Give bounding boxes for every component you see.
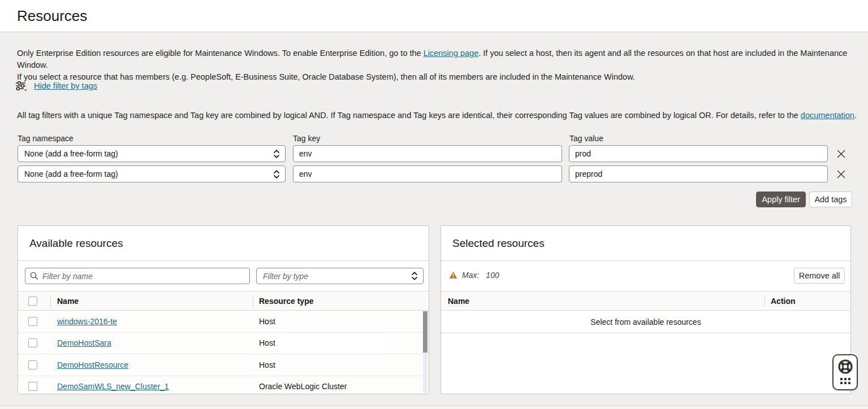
remove-all-button[interactable]: Remove all <box>794 268 845 284</box>
redaction-blob <box>279 336 390 350</box>
tag-info-after: . <box>854 111 857 120</box>
bottom-divider <box>0 406 868 409</box>
drag-dots-icon <box>840 378 850 384</box>
tag-value-input[interactable] <box>569 166 828 182</box>
row-checkbox[interactable] <box>28 317 37 326</box>
filter-sliders-icon <box>16 81 27 91</box>
selected-toolbar: Max: 100 Remove all <box>441 261 850 291</box>
filter-by-type-placeholder: Filter by type <box>263 272 308 281</box>
max-label: Max: <box>462 271 479 280</box>
help-widget[interactable] <box>832 354 858 390</box>
selected-table-header: Name Action <box>441 291 850 311</box>
empty-state-row: Select from available resources <box>441 311 850 333</box>
remove-tag-filter-button[interactable] <box>835 168 847 180</box>
tag-key-label: Tag key <box>293 134 320 143</box>
documentation-link[interactable]: documentation <box>801 111 854 120</box>
resource-type-cell: Host <box>259 338 275 347</box>
column-divider <box>50 295 51 307</box>
resource-type-cell: Host <box>259 317 275 326</box>
intro-text-before: Only Enterprise Edition resources are el… <box>17 49 424 58</box>
selected-panel-header: Selected resources <box>441 226 850 261</box>
resource-type-column-header: Resource type <box>259 297 313 306</box>
resources-page: Resources Only Enterprise Edition resour… <box>0 0 868 409</box>
warning-triangle-icon <box>449 271 457 279</box>
action-column-header: Action <box>771 297 796 306</box>
table-row: windows-2016-te Host <box>18 311 429 333</box>
table-row: DemoHostResource Host <box>18 354 429 376</box>
tag-namespace-select[interactable]: None (add a free-form tag) <box>18 145 286 162</box>
chevron-updown-icon <box>411 272 418 280</box>
tag-key-input[interactable] <box>293 145 562 162</box>
max-note: Max: 100 <box>449 271 499 280</box>
name-column-header: Name <box>57 297 79 306</box>
resource-name-link[interactable]: DemoSamWLS_new_Cluster_1 <box>57 382 169 391</box>
lifebuoy-icon <box>837 358 854 375</box>
filter-by-name-field[interactable] <box>25 268 250 284</box>
page-header: Resources <box>0 0 868 32</box>
hide-filter-by-tags-link[interactable]: Hide filter by tags <box>34 81 97 90</box>
scrollbar-thumb[interactable] <box>423 311 427 353</box>
tag-key-input[interactable] <box>293 166 562 182</box>
tag-filter-info-text: All tag filters with a unique Tag namesp… <box>17 110 857 121</box>
filter-by-type-select[interactable]: Filter by type <box>256 268 424 284</box>
tag-namespace-value: None (add a free-form tag) <box>24 149 118 158</box>
resource-name-link[interactable]: DemoHostResource <box>57 360 128 369</box>
filter-by-name-input[interactable] <box>42 272 245 281</box>
selected-panel-title: Selected resources <box>452 237 545 250</box>
filter-toggle-row: Hide filter by tags <box>16 81 97 91</box>
resource-type-cell: Host <box>259 360 275 369</box>
row-checkbox[interactable] <box>28 382 37 391</box>
tag-info-before: All tag filters with a unique Tag namesp… <box>17 111 801 120</box>
tag-namespace-value: None (add a free-form tag) <box>24 169 118 179</box>
vertical-scrollbar[interactable] <box>423 311 427 393</box>
tag-value-label: Tag value <box>569 134 603 143</box>
available-panel-header: Available resources <box>18 226 429 261</box>
row-checkbox[interactable] <box>28 360 37 369</box>
max-value: 100 <box>486 271 499 280</box>
available-filter-row: Filter by type <box>18 261 429 291</box>
licensing-page-link[interactable]: Licensing page <box>424 49 479 58</box>
name-column-header: Name <box>448 297 469 306</box>
selected-resources-panel: Selected resources Max: 100 Remove all N… <box>441 225 851 394</box>
tag-namespace-select[interactable]: None (add a free-form tag) <box>18 166 286 182</box>
page-title: Resources <box>17 7 87 25</box>
chevron-updown-icon <box>273 150 280 158</box>
intro-text: Only Enterprise Edition resources are el… <box>17 47 857 83</box>
available-resources-panel: Available resources Filter by type Name … <box>18 225 429 394</box>
resource-name-link[interactable]: DemoHostSara <box>57 338 111 347</box>
select-all-checkbox[interactable] <box>28 297 37 306</box>
tag-namespace-label: Tag namespace <box>18 134 74 143</box>
close-icon <box>836 149 846 159</box>
available-table-header: Name Resource type <box>18 291 429 311</box>
search-icon <box>30 272 38 280</box>
tag-value-input[interactable] <box>569 145 828 162</box>
table-row: DemoSamWLS_new_Cluster_1 Oracle WebLogic… <box>18 376 429 395</box>
available-panel-title: Available resources <box>29 237 123 250</box>
close-icon <box>836 169 846 179</box>
resource-type-cell: Oracle WebLogic Cluster <box>259 382 347 391</box>
column-divider <box>253 295 253 307</box>
apply-filter-button[interactable]: Apply filter <box>756 192 806 207</box>
intro-line2: If you select a resource that has member… <box>17 71 857 83</box>
resource-name-link[interactable]: windows-2016-te <box>57 317 117 326</box>
chevron-updown-icon <box>273 170 280 179</box>
remove-tag-filter-button[interactable] <box>835 147 847 160</box>
add-tags-button[interactable]: Add tags <box>809 192 852 207</box>
column-divider <box>765 295 765 307</box>
table-row: DemoHostSara Host <box>18 333 429 355</box>
row-checkbox[interactable] <box>28 338 37 347</box>
